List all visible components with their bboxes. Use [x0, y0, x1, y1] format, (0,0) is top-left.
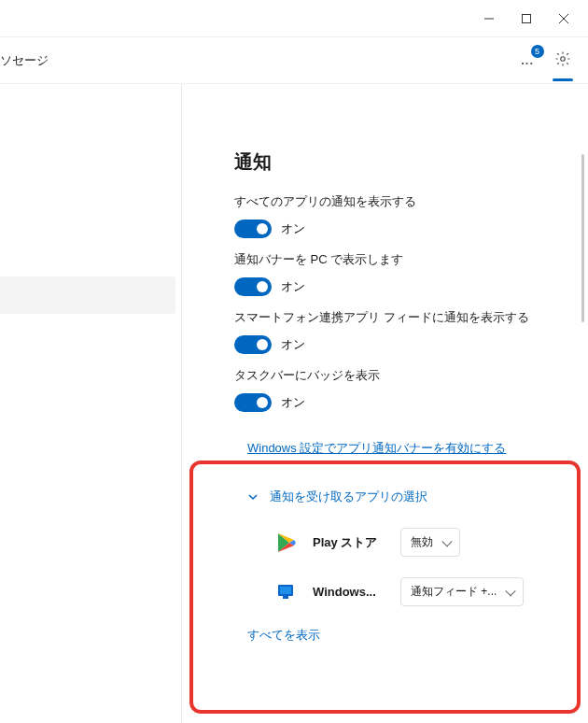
app-state-dropdown[interactable]: 無効: [400, 528, 460, 557]
content-panel: 通知 すべてのアプリの通知を表示する オン 通知バナーを PC で表示します オ…: [182, 84, 588, 723]
svg-rect-6: [283, 596, 288, 599]
toggle-state: オン: [281, 220, 305, 237]
header-title: ソセージ: [0, 52, 49, 69]
sidebar: [0, 84, 182, 723]
setting-label: スマートフォン連携アプリ フィードに通知を表示する: [234, 309, 562, 326]
setting-banner-on-pc: 通知バナーを PC で表示します オン: [234, 251, 562, 296]
app-row-windows: Windows... 通知フィード +...: [273, 577, 562, 606]
windows-link-icon: [273, 579, 300, 605]
setting-taskbar-badge: タスクバーにバッジを表示 オン: [234, 367, 562, 412]
titlebar: [0, 0, 588, 37]
app-name-label: Windows...: [313, 585, 387, 599]
maximize-button[interactable]: [508, 4, 545, 34]
toggle-switch[interactable]: [234, 277, 272, 296]
expand-app-selection[interactable]: 通知を受け取るアプリの選択: [247, 489, 562, 505]
app-header: ソセージ ... 5: [0, 37, 588, 84]
svg-rect-1: [523, 14, 531, 22]
chevron-down-icon: [247, 491, 259, 503]
app-row-play-store: Play ストア 無効: [273, 528, 562, 557]
expand-label: 通知を受け取るアプリの選択: [270, 489, 427, 505]
windows-settings-link[interactable]: Windows 設定でアプリ通知バナーを有効にする: [247, 440, 506, 457]
page-heading: 通知: [234, 149, 562, 175]
scrollbar[interactable]: [581, 154, 584, 322]
settings-button[interactable]: [549, 45, 577, 76]
toggle-state: オン: [281, 394, 305, 411]
setting-label: タスクバーにバッジを表示: [234, 367, 562, 384]
toggle-switch[interactable]: [234, 393, 272, 412]
minimize-button[interactable]: [470, 4, 508, 34]
toggle-state: オン: [281, 336, 305, 353]
svg-point-4: [561, 57, 566, 62]
more-button[interactable]: ... 5: [515, 50, 539, 71]
setting-show-all-app-notifications: すべてのアプリの通知を表示する オン: [234, 193, 562, 238]
play-store-icon: [273, 530, 300, 556]
sidebar-item-selected[interactable]: [0, 276, 175, 314]
show-all-link[interactable]: すべてを表示: [247, 627, 562, 644]
toggle-switch[interactable]: [234, 335, 272, 354]
app-name-label: Play ストア: [313, 534, 387, 551]
toggle-state: オン: [281, 278, 305, 295]
svg-rect-7: [280, 587, 291, 594]
close-button[interactable]: [545, 4, 582, 34]
setting-label: 通知バナーを PC で表示します: [234, 251, 562, 268]
toggle-switch[interactable]: [234, 220, 272, 238]
setting-feed-notifications: スマートフォン連携アプリ フィードに通知を表示する オン: [234, 309, 562, 354]
notification-badge: 5: [531, 45, 544, 58]
setting-label: すべてのアプリの通知を表示する: [234, 193, 562, 210]
app-state-dropdown[interactable]: 通知フィード +...: [400, 577, 524, 606]
